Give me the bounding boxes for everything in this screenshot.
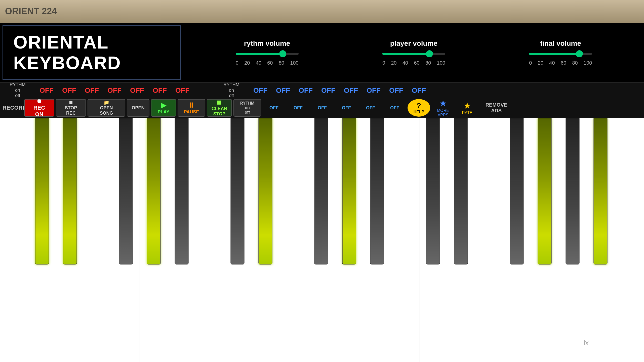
ctrl-off-5[interactable]: OFF [359, 99, 382, 117]
white-key-11[interactable] [280, 118, 308, 362]
player-thumb[interactable] [426, 50, 433, 57]
pause-icon: ⏸ [188, 101, 195, 109]
rythm-off-4[interactable]: OFF [103, 86, 126, 95]
ctrl-off-4[interactable]: OFF [335, 99, 358, 117]
star-rate-icon: ★ [463, 101, 471, 111]
player-track [382, 53, 445, 55]
black-key-9[interactable] [342, 118, 356, 264]
rythm-off-2[interactable]: OFF [58, 86, 80, 95]
black-key-7[interactable] [259, 118, 272, 264]
help-button[interactable]: ? HELP [408, 99, 430, 117]
rythm-fill [236, 53, 283, 55]
black-key-6[interactable] [231, 118, 245, 264]
rythm-scale: 020406080100 [236, 60, 299, 66]
black-key-15[interactable] [566, 118, 580, 264]
black-key-10[interactable] [370, 118, 384, 264]
rythm-volume-group: rythm volume 020406080100 [236, 39, 299, 66]
top-banner: ORIENT 224 [0, 0, 644, 23]
ctrl-off-3[interactable]: OFF [311, 99, 334, 117]
player-volume-group: player volume 020406080100 [382, 39, 445, 66]
black-key-12[interactable] [454, 118, 468, 264]
rythm-off-5[interactable]: OFF [126, 86, 148, 95]
rythm-thumb[interactable] [279, 50, 286, 57]
ctrl-off-6[interactable]: OFF [383, 99, 406, 117]
title-section: ORIENTAL KEYBOARD [3, 25, 181, 80]
play-label: PLAY [158, 109, 169, 115]
stop-label: CLEAR STOP [212, 106, 227, 117]
black-key-3[interactable] [119, 118, 133, 264]
rate-label: RATE [462, 111, 472, 115]
final-thumb[interactable] [576, 50, 583, 57]
remove-ads-label: REMOVE ADS [486, 102, 507, 114]
rec-icon: ⏺ [36, 98, 42, 105]
rythm-off-6[interactable]: OFF [148, 86, 171, 95]
stop-rec-icon: ⏹ [69, 100, 73, 105]
rythm2-off-3[interactable]: OFF [294, 86, 317, 95]
rythm-off-7[interactable]: OFF [171, 86, 194, 95]
rythm2-off-2[interactable]: OFF [272, 86, 294, 95]
keyboard-area: ix [0, 118, 644, 362]
player-scale: 020406080100 [382, 60, 445, 66]
rythm-off-3[interactable]: OFF [80, 86, 103, 95]
pause-button[interactable]: ⏸ PAUSE [178, 99, 205, 117]
remove-ads-button[interactable]: REMOVE ADS [480, 99, 513, 117]
black-key-16[interactable] [594, 118, 608, 264]
white-key-23[interactable] [616, 118, 644, 362]
black-key-11[interactable] [426, 118, 440, 264]
rythm-label-2: RYTHM on off [214, 82, 249, 99]
final-volume-slider[interactable] [529, 50, 592, 58]
stop-rec-label: STOP REC [65, 105, 77, 116]
rythm2-off-4[interactable]: OFF [317, 86, 340, 95]
rythm-off-1[interactable]: OFF [35, 86, 58, 95]
white-key-4[interactable] [84, 118, 112, 362]
rythm2-off-7[interactable]: OFF [385, 86, 408, 95]
rhythm-row1: RYTHM on off OFF OFF OFF OFF OFF OFF OFF… [0, 83, 644, 98]
rythm-toggle-button[interactable]: RYTHM on off [233, 99, 261, 117]
rythm-volume-slider[interactable] [236, 50, 299, 58]
black-key-14[interactable] [538, 118, 552, 264]
black-key-4[interactable] [147, 118, 161, 264]
folder-icon: 📁 [104, 100, 109, 105]
rec-label: REC ON [33, 105, 45, 118]
open-button[interactable]: OPEN [127, 99, 149, 117]
ix-label: ix [584, 339, 589, 347]
ctrl-off-1[interactable]: OFF [263, 99, 285, 117]
final-track [529, 53, 592, 55]
white-key-15[interactable] [392, 118, 420, 362]
rythm2-off-5[interactable]: OFF [340, 86, 362, 95]
black-key-5[interactable] [175, 118, 189, 264]
rythm-track [236, 53, 299, 55]
more-apps-label: MORE APPS [437, 108, 449, 117]
app-title-top: ORIENT 224 [5, 6, 57, 17]
more-apps-button[interactable]: ★ MORE APPS [432, 99, 454, 117]
rythm-toggle-label: RYTHM on off [240, 101, 254, 115]
ctrl-off-2[interactable]: OFF [287, 99, 309, 117]
final-fill [529, 53, 579, 55]
play-button[interactable]: ▶ PLAY [151, 99, 176, 117]
control-row: RECORD ⏺ REC ON ⏹ STOP REC 📁 OPEN SONG O… [0, 98, 644, 118]
final-volume-group: final volume 020406080100 [529, 39, 592, 66]
player-volume-slider[interactable] [382, 50, 445, 58]
open-song-label: OPEN SONG [100, 105, 113, 116]
rythm2-off-6[interactable]: OFF [362, 86, 385, 95]
rythm2-off-1[interactable]: OFF [249, 86, 272, 95]
black-key-1[interactable] [35, 118, 49, 264]
white-key-18[interactable] [476, 118, 504, 362]
rythm-label-1: RYTHM on off [0, 82, 35, 99]
stop-button[interactable]: ⏹ CLEAR STOP [207, 99, 232, 117]
rate-button[interactable]: ★ RATE [456, 99, 478, 117]
black-key-8[interactable] [314, 118, 328, 264]
white-key-8[interactable] [196, 118, 224, 362]
final-volume-label: final volume [540, 39, 581, 48]
black-key-13[interactable] [510, 118, 524, 264]
open-song-button[interactable]: 📁 OPEN SONG [88, 99, 125, 117]
rythm2-off-8[interactable]: OFF [408, 86, 430, 95]
play-icon: ▶ [161, 101, 166, 109]
main-title: ORIENTAL KEYBOARD [13, 32, 170, 73]
open-label: OPEN [132, 105, 144, 111]
white-key-1[interactable] [0, 118, 28, 362]
stop-rec-button[interactable]: ⏹ STOP REC [56, 99, 86, 117]
black-key-2[interactable] [63, 118, 77, 264]
header: ORIENTAL KEYBOARD rythm volume 020406080… [0, 23, 644, 83]
rec-on-button[interactable]: ⏺ REC ON [24, 99, 54, 117]
